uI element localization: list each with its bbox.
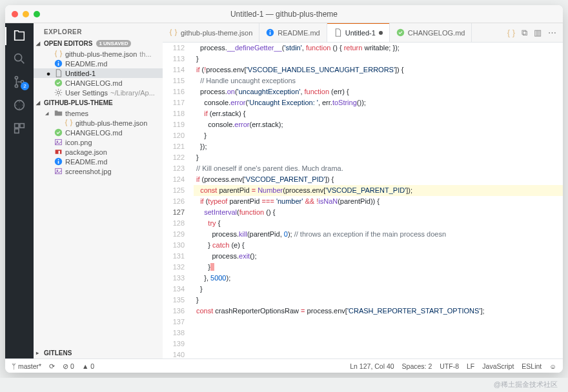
explorer-icon[interactable] <box>12 28 26 43</box>
file-icon <box>65 119 73 127</box>
sync[interactable]: ⟳ <box>49 362 55 370</box>
tab-label: github-plus-theme.json <box>181 29 252 37</box>
svg-rect-19 <box>58 161 59 164</box>
file-name: screenshot.jpg <box>65 168 112 175</box>
open-editors-label: OPEN EDITORS <box>44 40 92 47</box>
file-icon <box>334 28 342 37</box>
tab[interactable]: CHANGELOG.md <box>390 23 472 42</box>
file-name: User Settings <box>65 89 108 97</box>
eol[interactable]: LF <box>467 362 474 370</box>
open-editors-header[interactable]: ◢ OPEN EDITORS 1 UNSAVED <box>34 38 163 49</box>
file-icon <box>54 69 63 77</box>
activity-bar: 2 <box>5 23 34 358</box>
open-editor-item[interactable]: ●Untitled-1 <box>34 68 163 78</box>
tab[interactable]: github-plus-theme.json <box>163 23 259 42</box>
file-icon <box>54 157 63 166</box>
svg-point-25 <box>270 30 271 32</box>
file-name: CHANGELOG.md <box>65 129 123 137</box>
chevron-down-icon: ◢ <box>36 100 44 106</box>
errors[interactable]: ⊘ 0 <box>63 362 74 370</box>
editor-group: github-plus-theme.jsonREADME.mdUntitled-… <box>163 23 563 358</box>
eslint[interactable]: ESLint <box>522 362 542 370</box>
file-icon <box>54 59 63 68</box>
file-name: Untitled-1 <box>65 70 96 77</box>
chevron-right-icon: ▸ <box>36 350 44 356</box>
tab-label: README.md <box>278 29 320 37</box>
window-title: Untitled-1 — github-plus-theme <box>5 10 563 19</box>
svg-point-2 <box>15 84 17 87</box>
gitlens-header[interactable]: ▸ GITLENS <box>34 348 163 358</box>
svg-point-20 <box>58 159 59 161</box>
file-icon <box>54 79 63 87</box>
tree-item[interactable]: package.json <box>34 147 163 157</box>
tab[interactable]: Untitled-1 <box>327 23 390 42</box>
file-name: package.json <box>65 148 107 156</box>
extensions-icon[interactable] <box>12 121 26 135</box>
tab-bar: github-plus-theme.jsonREADME.mdUntitled-… <box>163 23 563 43</box>
open-editor-item[interactable]: CHANGELOG.md <box>34 78 163 88</box>
dirty-dot <box>379 31 383 35</box>
cursor-pos[interactable]: Ln 127, Col 40 <box>350 362 394 370</box>
split-icon[interactable]: ▥ <box>534 28 542 37</box>
project-header[interactable]: ◢ GITHUB-PLUS-THEME <box>34 97 163 108</box>
file-name: themes <box>65 110 88 117</box>
tab-label: CHANGELOG.md <box>408 29 465 37</box>
tab-label: Untitled-1 <box>345 29 376 37</box>
search-icon[interactable] <box>12 52 26 66</box>
unsaved-badge: 1 UNSAVED <box>96 40 130 47</box>
more-icon[interactable]: ⋯ <box>548 28 556 37</box>
file-icon <box>169 28 178 37</box>
encoding[interactable]: UTF-8 <box>440 362 459 370</box>
file-name: README.md <box>65 158 107 166</box>
file-icon <box>54 138 63 146</box>
svg-rect-24 <box>270 32 271 35</box>
spaces[interactable]: Spaces: 2 <box>402 362 432 370</box>
compare-icon[interactable]: ⧉ <box>522 28 527 38</box>
tree-item[interactable]: ◢themes <box>34 108 163 118</box>
code-area[interactable]: process.__defineGetter__('stdin', functi… <box>194 43 563 358</box>
svg-point-12 <box>57 91 59 93</box>
tree-item[interactable]: screenshot.jpg <box>34 166 163 176</box>
branch[interactable]: ᛘ master* <box>12 362 41 370</box>
debug-icon[interactable] <box>12 98 26 112</box>
tree-item[interactable]: CHANGELOG.md <box>34 128 163 137</box>
scm-icon[interactable]: 2 <box>12 75 26 89</box>
file-icon <box>54 88 63 97</box>
svg-point-10 <box>58 61 59 63</box>
open-editor-item[interactable]: User Settings ~/Library/Ap... <box>34 88 163 97</box>
scm-badge: 2 <box>21 82 29 90</box>
file-name: github-plus-theme.json <box>65 50 137 58</box>
chevron-down-icon: ◢ <box>36 41 44 46</box>
open-editor-item[interactable]: README.md <box>34 59 163 68</box>
body: 2 EXPLORER ◢ OPEN EDITORS 1 UNSAVED gith… <box>5 23 563 358</box>
editor[interactable]: 1121131141151161171181191201211221231241… <box>163 43 563 358</box>
status-bar: ᛘ master* ⟳ ⊘ 0 ▲ 0 Ln 127, Col 40 Space… <box>5 358 563 373</box>
gutter: 1121131141151161171181191201211221231241… <box>163 43 194 358</box>
file-name: github-plus-theme.json <box>76 119 147 127</box>
file-icon <box>54 148 63 156</box>
language[interactable]: JavaScript <box>482 362 514 370</box>
tab[interactable]: README.md <box>259 23 327 42</box>
file-icon <box>54 167 63 175</box>
file-name: README.md <box>65 60 107 68</box>
window: Untitled-1 — github-plus-theme 2 EXPLORE… <box>5 5 563 373</box>
tree-item[interactable]: github-plus-theme.json <box>34 118 163 128</box>
svg-point-0 <box>15 54 22 61</box>
tree-item[interactable]: icon.png <box>34 137 163 147</box>
project-tree: ◢themesgithub-plus-theme.jsonCHANGELOG.m… <box>34 108 163 176</box>
file-icon <box>266 28 274 37</box>
warnings[interactable]: ▲ 0 <box>82 362 94 370</box>
svg-rect-17 <box>59 151 60 154</box>
sidebar-title: EXPLORER <box>34 23 163 38</box>
svg-point-1 <box>15 76 17 79</box>
open-editor-item[interactable]: github-plus-theme.json th... <box>34 49 163 59</box>
gitlens-label: GITLENS <box>44 349 72 357</box>
svg-point-15 <box>57 141 58 142</box>
tree-item[interactable]: README.md <box>34 157 163 166</box>
feedback-icon[interactable]: ☺ <box>549 362 556 370</box>
project-label: GITHUB-PLUS-THEME <box>44 99 113 106</box>
svg-rect-5 <box>15 124 19 128</box>
braces-icon[interactable]: { } <box>507 28 515 37</box>
file-icon <box>54 109 63 117</box>
titlebar: Untitled-1 — github-plus-theme <box>5 5 563 23</box>
